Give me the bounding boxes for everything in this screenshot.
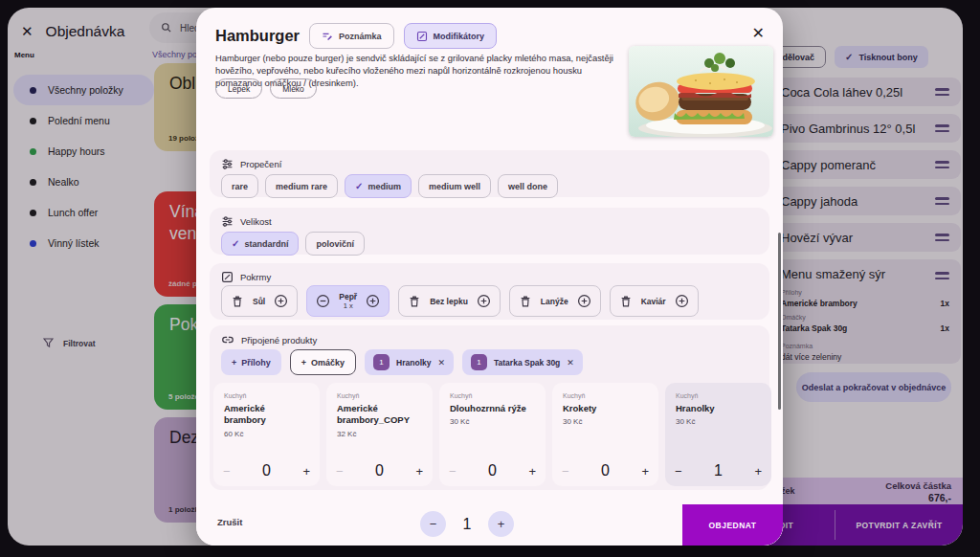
plus-circle-icon[interactable] [477, 294, 491, 308]
plus-circle-icon[interactable] [675, 294, 689, 308]
modifier-salt[interactable]: Sůl [221, 285, 298, 317]
cancel-button[interactable]: Zrušit [217, 517, 242, 527]
allergen-chip[interactable]: Lepek [215, 78, 262, 99]
dish-modifiers: Sůl Pepř1 x Bez lepku Lanýže [221, 285, 699, 317]
product-card-selected[interactable]: Kuchyň Hranolky 30 Kč −1+ [665, 383, 771, 486]
note-edit-icon [322, 31, 333, 42]
selected-chip-fries[interactable]: 1 Hranolky ✕ [365, 349, 454, 375]
section-header: Propečení [221, 158, 281, 170]
quantity-value: 1 [714, 462, 723, 479]
modifier-gluten-free[interactable]: Bez lepku [398, 285, 501, 317]
product-title: Hamburger [215, 27, 300, 45]
decrement-button[interactable]: − [223, 464, 231, 479]
section-title: Pokrmy [240, 272, 271, 282]
option-rare[interactable]: rare [221, 174, 258, 198]
option-medium-rare[interactable]: medium rare [265, 174, 338, 198]
product-detail-modal: Hamburger Poznámka Modifikátory ✕ Hambur… [196, 8, 783, 546]
check-icon: ✓ [355, 181, 363, 191]
increment-button[interactable]: + [415, 464, 423, 479]
increment-button[interactable]: + [641, 464, 649, 479]
decrement-button[interactable]: − [562, 464, 569, 479]
qty-badge: 1 [373, 354, 390, 370]
quantity-value: 1 [457, 516, 477, 533]
linked-chips: + Přílohy + Omáčky 1 Hranolky ✕ 1 Tatark… [221, 349, 583, 375]
modifier-pepper[interactable]: Pepř1 x [306, 285, 390, 317]
trash-icon[interactable] [231, 295, 244, 308]
add-sauces-button[interactable]: + Omáčky [290, 349, 356, 375]
minus-button[interactable]: − [420, 511, 446, 537]
quantity-value: 0 [262, 462, 271, 479]
quantity-value: 0 [488, 462, 497, 479]
linked-products-section: Připojené produkty + Přílohy + Omáčky 1 … [210, 325, 769, 490]
decrement-button[interactable]: − [336, 464, 344, 479]
plus-circle-icon[interactable] [274, 294, 288, 308]
option-medium[interactable]: ✓medium [345, 174, 412, 198]
note-button[interactable]: Poznámka [309, 23, 394, 49]
link-icon [221, 333, 234, 346]
trash-icon[interactable] [519, 295, 532, 308]
option-medium-well[interactable]: medium well [418, 174, 491, 198]
option-well-done[interactable]: well done [498, 174, 558, 198]
dishes-section: Pokrmy Sůl Pepř1 x Bez lepku [210, 263, 769, 320]
scrollbar-thumb[interactable] [778, 233, 781, 410]
section-header: Velikost [221, 215, 272, 228]
remove-icon[interactable]: ✕ [567, 358, 574, 368]
add-sides-button[interactable]: + Přílohy [221, 349, 281, 375]
selected-chip-tartar[interactable]: 1 Tatarka Spak 30g ✕ [462, 349, 583, 375]
tune-icon [221, 215, 234, 228]
increment-button[interactable]: + [528, 464, 536, 479]
product-card[interactable]: Kuchyň Americké brambory 60 Kč −0+ [213, 383, 320, 486]
note-button-label: Poznámka [339, 32, 382, 41]
trash-icon[interactable] [408, 295, 421, 308]
modifiers-icon [416, 31, 428, 42]
check-icon: ✓ [232, 238, 239, 249]
allergen-chips: Lepek Mléko [215, 78, 317, 99]
decrement-button[interactable]: − [675, 464, 682, 479]
product-card[interactable]: Kuchyň Americké brambory_COPY 32 Kč −0+ [326, 383, 433, 486]
edit-square-icon [221, 271, 234, 283]
modifiers-button[interactable]: Modifikátory [404, 23, 498, 49]
product-photo [629, 46, 773, 137]
qty-badge: 1 [471, 354, 487, 370]
quantity-value: 0 [601, 462, 610, 479]
doneness-section: Propečení rare medium rare ✓medium mediu… [210, 150, 769, 197]
quantity-value: 0 [375, 462, 384, 479]
section-title: Velikost [240, 216, 272, 227]
order-button[interactable]: OBJEDNAT [682, 504, 783, 546]
section-title: Propečení [240, 159, 281, 169]
quantity-stepper: − 1 + [420, 511, 514, 537]
section-header: Připojené produkty [221, 333, 317, 346]
modal-header: Hamburger Poznámka Modifikátory [215, 23, 497, 49]
plus-icon: + [301, 358, 306, 368]
section-title: Připojené produkty [241, 335, 317, 345]
product-card[interactable]: Kuchyň Krokety 30 Kč −0+ [552, 383, 658, 486]
plus-circle-icon[interactable] [577, 294, 591, 308]
size-options: ✓standardní poloviční [221, 232, 365, 256]
tune-icon [221, 158, 234, 170]
increment-button[interactable]: + [754, 464, 762, 479]
plus-icon: + [232, 358, 236, 368]
size-section: Velikost ✓standardní poloviční [210, 208, 769, 255]
remove-icon[interactable]: ✕ [437, 358, 445, 368]
option-half[interactable]: poloviční [305, 232, 365, 256]
modifier-caviar[interactable]: Kaviár [610, 285, 699, 317]
section-header: Pokrmy [221, 271, 271, 283]
close-modal-icon[interactable]: ✕ [752, 24, 765, 42]
option-standard[interactable]: ✓standardní [221, 232, 299, 256]
trash-icon[interactable] [619, 295, 633, 308]
plus-circle-icon[interactable] [366, 294, 380, 308]
decrement-button[interactable]: − [449, 464, 457, 479]
modal-footer: Zrušit − 1 + OBJEDNAT [196, 502, 783, 546]
modifier-truffles[interactable]: Lanýže [509, 285, 601, 317]
doneness-options: rare medium rare ✓medium medium well wel… [221, 174, 558, 198]
plus-button[interactable]: + [488, 511, 514, 537]
minus-circle-icon[interactable] [316, 294, 330, 308]
allergen-chip[interactable]: Mléko [270, 78, 317, 99]
modifiers-button-label: Modifikátory [434, 32, 485, 41]
screen: ✕ Objednávka Menu Všechny položky Poledn… [0, 0, 980, 557]
product-card[interactable]: Kuchyň Dlouhozrnná rýže 30 Kč −0+ [439, 383, 546, 486]
increment-button[interactable]: + [302, 464, 310, 479]
